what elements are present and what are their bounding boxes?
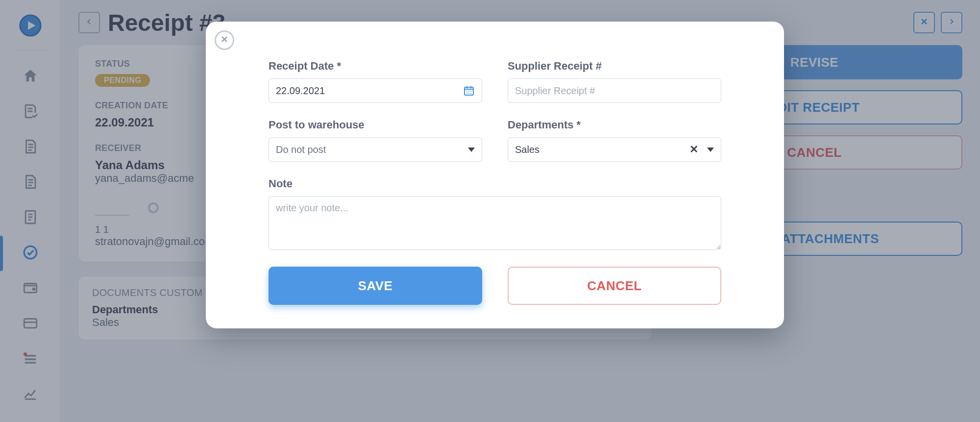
save-button[interactable]: SAVE: [269, 267, 482, 305]
edit-receipt-modal: Receipt Date * Supplier Receipt # Post t…: [206, 22, 784, 328]
note-textarea[interactable]: [269, 196, 721, 250]
receipt-date-input-wrap[interactable]: [269, 78, 482, 103]
modal-close-button[interactable]: [215, 30, 234, 50]
svg-point-8: [466, 91, 467, 92]
departments-label: Departments *: [508, 119, 721, 131]
field-receipt-date: Receipt Date *: [269, 60, 482, 103]
supplier-receipt-label: Supplier Receipt #: [508, 60, 721, 73]
svg-point-11: [466, 93, 467, 94]
chevron-down-icon: [468, 148, 475, 152]
departments-select[interactable]: Sales ✕: [508, 137, 721, 162]
calendar-icon[interactable]: [463, 85, 475, 97]
post-warehouse-value: Do not post: [276, 144, 326, 155]
svg-point-12: [468, 93, 469, 94]
chevron-down-icon: [707, 148, 714, 152]
svg-point-13: [470, 93, 471, 94]
supplier-receipt-input-wrap[interactable]: [508, 78, 721, 103]
clear-icon[interactable]: ✕: [689, 143, 698, 156]
cancel-button[interactable]: CANCEL: [508, 267, 721, 305]
field-supplier-receipt: Supplier Receipt #: [508, 60, 721, 103]
field-post-warehouse: Post to warehouse Do not post: [269, 119, 482, 162]
note-label: Note: [269, 177, 721, 190]
departments-value: Sales: [515, 144, 539, 155]
receipt-date-input[interactable]: [276, 85, 463, 97]
field-note: Note: [269, 177, 721, 252]
post-warehouse-select[interactable]: Do not post: [269, 137, 482, 162]
svg-point-9: [468, 91, 469, 92]
close-icon: [220, 34, 229, 46]
field-departments: Departments * Sales ✕: [508, 119, 721, 162]
supplier-receipt-input[interactable]: [515, 85, 714, 97]
svg-point-10: [470, 91, 471, 92]
receipt-date-label: Receipt Date *: [269, 60, 482, 73]
post-warehouse-label: Post to warehouse: [269, 119, 482, 131]
